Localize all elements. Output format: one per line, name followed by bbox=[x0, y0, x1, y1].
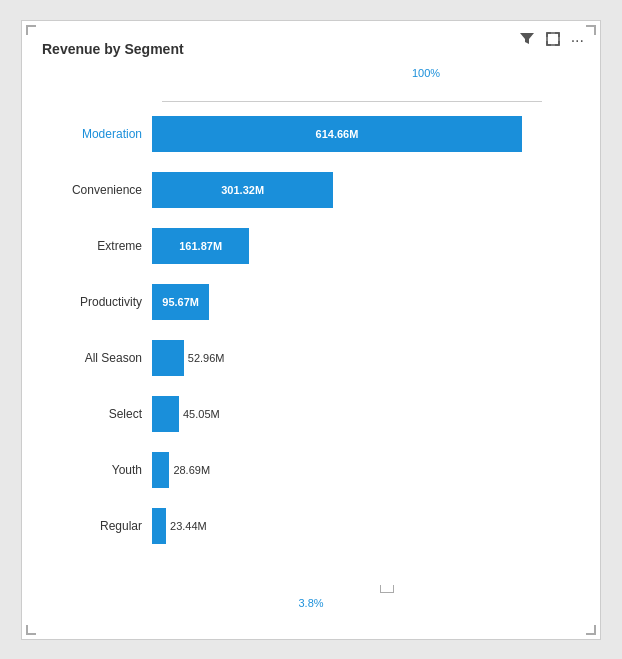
axis-top-label: 100% bbox=[412, 67, 440, 79]
corner-bl bbox=[26, 625, 36, 635]
corner-tr bbox=[586, 25, 596, 35]
bar-label: Productivity bbox=[42, 295, 152, 309]
corner-br bbox=[586, 625, 596, 635]
bar-value-outside: 52.96M bbox=[188, 352, 225, 364]
bar-wrapper: 45.05M bbox=[152, 396, 580, 432]
bar-value-outside: 45.05M bbox=[183, 408, 220, 420]
filter-icon[interactable] bbox=[519, 31, 535, 51]
bar-fill[interactable] bbox=[152, 396, 179, 432]
bar-row: Youth28.69M bbox=[42, 442, 580, 498]
bar-fill[interactable]: 301.32M bbox=[152, 172, 333, 208]
bar-label: Youth bbox=[42, 463, 152, 477]
svg-rect-0 bbox=[547, 33, 559, 45]
chart-area: 100% Moderation614.66MConvenience301.32M… bbox=[42, 67, 580, 609]
chart-card: ··· Revenue by Segment 100% Moderation61… bbox=[21, 20, 601, 640]
bar-fill[interactable]: 161.87M bbox=[152, 228, 249, 264]
bar-row: Regular23.44M bbox=[42, 498, 580, 554]
axis-bottom: 3.8% bbox=[42, 585, 580, 609]
bar-wrapper: 95.67M bbox=[152, 284, 580, 320]
bar-fill[interactable]: 95.67M bbox=[152, 284, 209, 320]
bar-wrapper: 301.32M bbox=[152, 172, 580, 208]
bar-row: All Season52.96M bbox=[42, 330, 580, 386]
bar-value-inside: 95.67M bbox=[156, 296, 205, 308]
bar-wrapper: 23.44M bbox=[152, 508, 580, 544]
toolbar: ··· bbox=[519, 31, 584, 51]
bar-value-inside: 161.87M bbox=[173, 240, 228, 252]
bar-value-inside: 614.66M bbox=[310, 128, 365, 140]
bar-row: Moderation614.66M bbox=[42, 106, 580, 162]
bar-row: Select45.05M bbox=[42, 386, 580, 442]
bar-label: All Season bbox=[42, 351, 152, 365]
axis-top: 100% bbox=[42, 67, 580, 79]
axis-bottom-label: 3.8% bbox=[298, 597, 323, 609]
bar-label: Extreme bbox=[42, 239, 152, 253]
bar-fill[interactable] bbox=[152, 452, 169, 488]
more-options-icon[interactable]: ··· bbox=[571, 32, 584, 50]
bar-fill[interactable]: 614.66M bbox=[152, 116, 522, 152]
bars-container: Moderation614.66MConvenience301.32MExtre… bbox=[42, 106, 580, 583]
expand-icon[interactable] bbox=[545, 31, 561, 51]
axis-bottom-line bbox=[380, 585, 394, 593]
bar-label: Select bbox=[42, 407, 152, 421]
axis-line bbox=[162, 101, 542, 102]
bar-label: Moderation bbox=[42, 127, 152, 141]
bar-value-inside: 301.32M bbox=[215, 184, 270, 196]
bar-row: Productivity95.67M bbox=[42, 274, 580, 330]
bar-fill[interactable] bbox=[152, 508, 166, 544]
bar-wrapper: 52.96M bbox=[152, 340, 580, 376]
bar-wrapper: 28.69M bbox=[152, 452, 580, 488]
bar-value-outside: 28.69M bbox=[173, 464, 210, 476]
bar-row: Extreme161.87M bbox=[42, 218, 580, 274]
bar-fill[interactable] bbox=[152, 340, 184, 376]
bar-wrapper: 614.66M bbox=[152, 116, 580, 152]
chart-title: Revenue by Segment bbox=[42, 41, 580, 57]
bar-label: Convenience bbox=[42, 183, 152, 197]
bar-label: Regular bbox=[42, 519, 152, 533]
bar-wrapper: 161.87M bbox=[152, 228, 580, 264]
corner-tl bbox=[26, 25, 36, 35]
bar-value-outside: 23.44M bbox=[170, 520, 207, 532]
bar-row: Convenience301.32M bbox=[42, 162, 580, 218]
